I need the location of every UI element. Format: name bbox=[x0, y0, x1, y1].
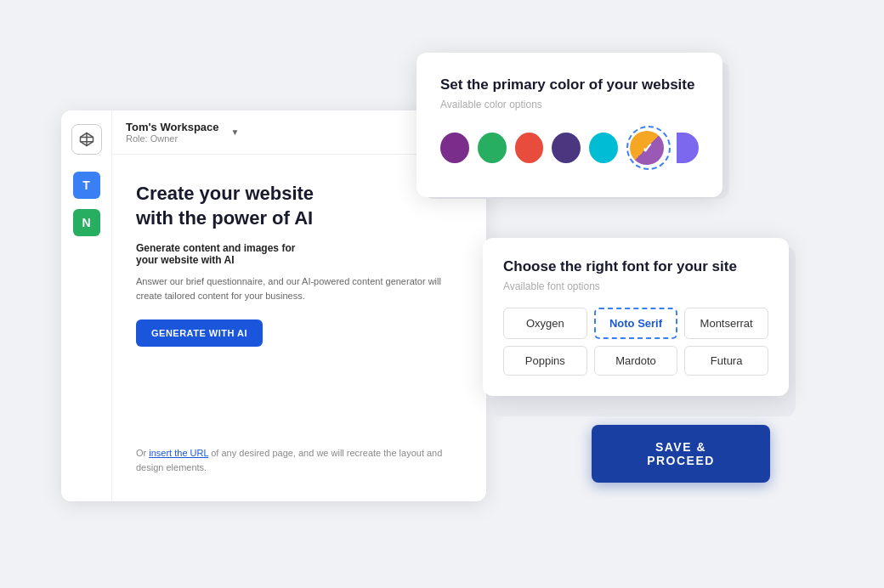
color-dark-purple[interactable] bbox=[552, 133, 581, 163]
avatar-n[interactable]: N bbox=[73, 209, 100, 236]
font-montserrat[interactable]: Montserrat bbox=[684, 308, 768, 339]
font-card-title: Choose the right font for your site bbox=[503, 258, 768, 275]
color-picker-card: Set the primary color of your website Av… bbox=[416, 53, 722, 197]
workspace-role: Role: Owner bbox=[126, 133, 219, 144]
color-selected-ring bbox=[626, 126, 671, 170]
save-proceed-button[interactable]: SAVE & PROCEED bbox=[592, 425, 770, 483]
color-purple[interactable] bbox=[440, 133, 469, 163]
color-partial-purple[interactable] bbox=[677, 133, 699, 163]
color-cyan[interactable] bbox=[589, 133, 618, 163]
page-title: Create your websitewith the power of AI bbox=[136, 182, 462, 230]
color-card-title: Set the primary color of your website bbox=[440, 76, 699, 93]
workspace-info: Tom's Workspace Role: Owner bbox=[126, 121, 219, 144]
font-card-subtitle: Available font options bbox=[503, 280, 768, 292]
sidebar: T N bbox=[61, 110, 112, 501]
insert-url-link[interactable]: insert the URL bbox=[149, 448, 208, 458]
font-futura[interactable]: Futura bbox=[684, 346, 768, 376]
save-card: SAVE & PROCEED bbox=[592, 425, 770, 483]
font-mardoto[interactable]: Mardoto bbox=[594, 346, 678, 376]
content-subtitle: Generate content and images foryour webs… bbox=[136, 242, 462, 266]
color-card-subtitle: Available color options bbox=[440, 99, 699, 110]
content-area: Create your websitewith the power of AI … bbox=[112, 155, 486, 501]
content-description: Answer our brief questionnaire, and our … bbox=[136, 274, 462, 302]
generate-ai-button[interactable]: GENERATE WITH AI bbox=[136, 319, 263, 347]
color-red[interactable] bbox=[515, 133, 544, 163]
color-selected-wrapper[interactable]: ✓ bbox=[626, 126, 668, 170]
avatar-t[interactable]: T bbox=[73, 172, 100, 199]
url-note: Or insert the URL of any desired page, a… bbox=[136, 429, 462, 474]
workspace-name: Tom's Workspace bbox=[126, 121, 219, 133]
dropdown-arrow-icon[interactable]: ▼ bbox=[231, 127, 240, 137]
font-picker-card: Choose the right font for your site Avai… bbox=[483, 238, 789, 396]
font-oxygen[interactable]: Oxygen bbox=[503, 308, 587, 339]
font-noto-serif[interactable]: Noto Serif bbox=[594, 308, 678, 339]
color-options: ✓ bbox=[440, 126, 699, 170]
color-green[interactable] bbox=[478, 133, 507, 163]
font-grid: Oxygen Noto Serif Montserrat Poppins Mar… bbox=[503, 308, 768, 376]
font-poppins[interactable]: Poppins bbox=[503, 346, 587, 376]
app-logo bbox=[71, 124, 102, 155]
